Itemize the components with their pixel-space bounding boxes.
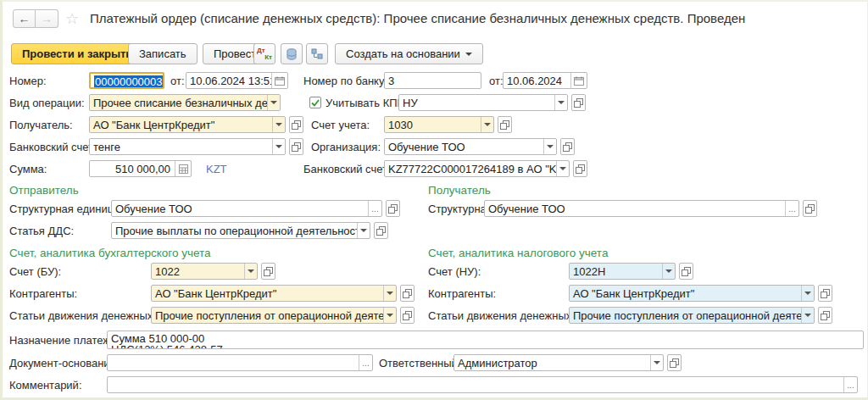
amount-input[interactable]: 510 000,00 xyxy=(89,160,192,177)
purpose-textarea[interactable]: Сумма 510 000-00 НДС(12%) 546 428-57 xyxy=(107,331,864,349)
bank-date-from-label: от: xyxy=(489,75,504,87)
structure-icon xyxy=(311,48,323,59)
currency-link[interactable]: KZT xyxy=(206,163,227,175)
nu-counterparty-open-button[interactable] xyxy=(818,285,832,302)
kpn-open-button[interactable] xyxy=(571,94,586,111)
nav-buttons: ← → xyxy=(13,9,58,28)
kpn-checkbox[interactable] xyxy=(309,97,321,108)
chevron-down-icon[interactable] xyxy=(650,355,663,370)
comment-input[interactable]: ... xyxy=(107,376,858,393)
bank-number-label: Номер по банку: xyxy=(303,75,387,87)
nu-cashflow-select[interactable]: Прочие поступления от операционной деяте… xyxy=(569,307,815,324)
account-label: Счет учета: xyxy=(311,119,370,131)
org-bank-account-value: KZ77722C000017264189 в АО "KASPI BAN xyxy=(385,161,556,176)
responsible-label: Ответственный: xyxy=(379,357,460,369)
kpn-select[interactable]: НУ xyxy=(398,94,568,111)
chevron-down-icon[interactable] xyxy=(267,95,280,110)
chevron-down-icon[interactable] xyxy=(383,286,396,301)
bu-counterparty-label: Контрагенты: xyxy=(9,287,77,300)
chevron-down-icon[interactable] xyxy=(272,117,285,132)
bu-account-select[interactable]: 1022 xyxy=(151,263,258,280)
responsible-select[interactable]: Администратор xyxy=(453,354,664,371)
nu-account-open-button[interactable] xyxy=(679,263,693,280)
nu-counterparty-select[interactable]: АО "Банк ЦентрКредит" xyxy=(569,285,815,302)
bu-counterparty-select[interactable]: АО "Банк ЦентрКредит" xyxy=(151,285,397,302)
bank-number-input[interactable]: 3 xyxy=(384,72,481,89)
date-value: 10.06.2024 13:51:41 xyxy=(186,73,271,88)
account-select[interactable]: 1030 xyxy=(384,116,494,133)
bu-cashflow-label: Статьи движения денежных с... xyxy=(9,309,170,322)
chevron-down-icon[interactable] xyxy=(357,223,370,238)
sender-unit-open-button[interactable] xyxy=(386,200,400,217)
calendar-icon[interactable] xyxy=(570,73,587,88)
bu-account-value: 1022 xyxy=(152,264,244,279)
responsible-open-button[interactable] xyxy=(667,354,682,371)
bu-cashflow-open-button[interactable] xyxy=(400,307,415,324)
chevron-down-icon[interactable] xyxy=(801,308,814,323)
organization-open-button[interactable] xyxy=(560,138,575,155)
create-based-on-button[interactable]: Создать на основании xyxy=(335,43,483,64)
purpose-label: Назначение платежа: xyxy=(9,334,120,347)
org-bank-account-open-button[interactable] xyxy=(573,160,587,177)
operation-select[interactable]: Прочее списание безналичных денежных с xyxy=(89,94,281,111)
chevron-down-icon xyxy=(465,53,472,59)
chevron-down-icon[interactable] xyxy=(554,95,567,110)
base-document-input[interactable]: ... xyxy=(107,354,373,371)
bu-cashflow-select[interactable]: Прочие поступления от операционной деяте… xyxy=(151,307,397,324)
document-register-button[interactable] xyxy=(281,43,303,64)
choose-ellipsis-icon[interactable]: ... xyxy=(359,355,372,370)
sender-section-title: Отправитель xyxy=(9,184,79,197)
chevron-down-icon[interactable] xyxy=(481,117,493,132)
operation-value: Прочее списание безналичных денежных с xyxy=(90,95,267,110)
chevron-down-icon[interactable] xyxy=(244,264,257,279)
nu-cashflow-open-button[interactable] xyxy=(818,307,832,324)
calculator-icon[interactable] xyxy=(175,161,191,176)
bu-account-open-button[interactable] xyxy=(261,263,275,280)
date-input[interactable]: 10.06.2024 13:51:41 xyxy=(186,72,288,89)
nu-account-select[interactable]: 1022Н xyxy=(569,263,676,280)
recipient-open-button[interactable] xyxy=(289,116,303,133)
dds-open-button[interactable] xyxy=(374,222,388,239)
back-icon[interactable]: ← xyxy=(13,9,36,28)
chevron-down-icon[interactable] xyxy=(556,161,569,176)
bank-date-input[interactable]: 10.06.2024 xyxy=(503,72,587,89)
write-label: Записать xyxy=(139,47,186,60)
post-and-close-button[interactable]: Провести и закрыть xyxy=(11,43,143,64)
chevron-down-icon[interactable] xyxy=(272,139,285,154)
org-bank-account-select[interactable]: KZ77722C000017264189 в АО "KASPI BAN xyxy=(384,160,570,177)
bank-number-value: 3 xyxy=(385,73,481,88)
dds-select[interactable]: Прочие выплаты по операционной деятельно… xyxy=(111,222,370,239)
sender-unit-label: Структурная единица: xyxy=(9,203,123,215)
calendar-icon[interactable] xyxy=(271,73,287,88)
recipient-label: Получатель: xyxy=(9,119,73,131)
chevron-down-icon[interactable] xyxy=(383,308,396,323)
chevron-down-icon[interactable] xyxy=(543,139,556,154)
choose-ellipsis-icon[interactable]: ... xyxy=(785,201,798,216)
comment-value xyxy=(108,377,843,392)
organization-select[interactable]: Обучение ТОО xyxy=(384,138,557,155)
recipient-select[interactable]: АО "Банк ЦентрКредит" xyxy=(89,116,286,133)
receiver-unit-input[interactable]: Обучение ТОО ... xyxy=(484,200,799,217)
account-open-button[interactable] xyxy=(498,116,512,133)
bank-date-value: 10.06.2024 xyxy=(504,73,570,88)
show-postings-button[interactable]: ДтКт xyxy=(253,43,275,64)
choose-ellipsis-icon[interactable]: ... xyxy=(843,377,857,392)
write-button[interactable]: Записать xyxy=(128,43,198,64)
receiver-unit-value: Обучение ТОО xyxy=(485,201,785,216)
favorite-star-icon[interactable]: ☆ xyxy=(65,9,79,28)
related-documents-button[interactable] xyxy=(306,43,328,64)
base-document-label: Документ-основание: xyxy=(9,357,119,369)
choose-ellipsis-icon[interactable]: ... xyxy=(368,201,381,216)
checkmark-icon xyxy=(311,99,320,107)
bank-account-label: Банковский счет: xyxy=(9,141,97,153)
bu-counterparty-open-button[interactable] xyxy=(400,285,415,302)
nu-account-label: Счет (НУ): xyxy=(428,265,481,278)
chevron-down-icon[interactable] xyxy=(662,264,675,279)
sender-unit-input[interactable]: Обучение ТОО ... xyxy=(111,200,382,217)
receiver-unit-open-button[interactable] xyxy=(803,200,817,217)
forward-icon[interactable]: → xyxy=(36,9,58,28)
number-input[interactable]: 00000000003 xyxy=(89,72,164,89)
chevron-down-icon[interactable] xyxy=(801,286,814,301)
bank-account-open-button[interactable] xyxy=(289,138,303,155)
bank-account-select[interactable]: тенге xyxy=(89,138,286,155)
